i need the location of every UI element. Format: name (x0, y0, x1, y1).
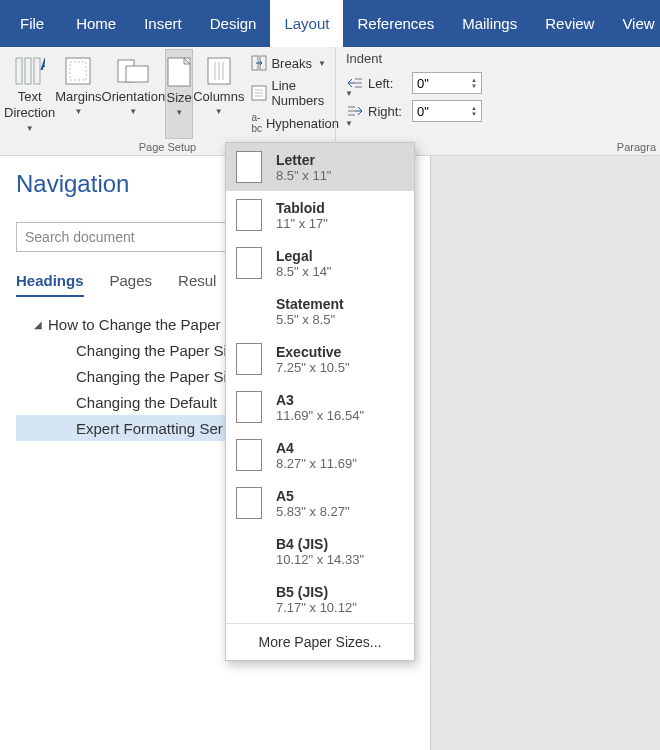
collapse-icon[interactable]: ◢ (34, 319, 42, 330)
indent-left-label: Left: (368, 76, 408, 91)
breaks-icon (251, 55, 267, 71)
nav-tab-results[interactable]: Resul (178, 272, 216, 297)
tab-insert[interactable]: Insert (130, 0, 196, 47)
line-numbers-icon (251, 85, 267, 101)
page-thumb-icon (236, 247, 262, 279)
size-option[interactable]: Executive7.25" x 10.5" (226, 335, 414, 383)
group-label-paragraph: Paragra (617, 141, 656, 153)
size-option[interactable]: Legal8.5" x 14" (226, 239, 414, 287)
page-thumb-icon (236, 535, 262, 567)
hyphenation-icon: a-bc (251, 112, 262, 134)
text-direction-icon: A (4, 53, 55, 89)
size-option[interactable]: A48.27" x 11.69" (226, 431, 414, 479)
spinner-icon[interactable]: ▲▼ (471, 105, 477, 117)
svg-text:A: A (40, 56, 45, 73)
page-thumb-icon (236, 487, 262, 519)
tab-home[interactable]: Home (62, 0, 130, 47)
document-area[interactable] (430, 156, 660, 750)
chevron-down-icon: ▼ (175, 108, 183, 118)
chevron-down-icon: ▼ (74, 107, 82, 117)
indent-left-icon (346, 77, 364, 89)
page-thumb-icon (236, 151, 262, 183)
size-option[interactable]: B4 (JIS)10.12" x 14.33" (226, 527, 414, 575)
tab-review[interactable]: Review (531, 0, 608, 47)
size-option[interactable]: B5 (JIS)7.17" x 10.12" (226, 575, 414, 623)
tab-mailings[interactable]: Mailings (448, 0, 531, 47)
orientation-button[interactable]: Orientation ▼ (102, 49, 166, 139)
nav-tab-pages[interactable]: Pages (110, 272, 153, 297)
tab-layout[interactable]: Layout (270, 0, 343, 47)
size-option[interactable]: Statement5.5" x 8.5" (226, 287, 414, 335)
size-option[interactable]: A311.69" x 16.54" (226, 383, 414, 431)
tab-design[interactable]: Design (196, 0, 271, 47)
orientation-icon (102, 53, 166, 89)
indent-right-label: Right: (368, 104, 408, 119)
spinner-icon[interactable]: ▲▼ (471, 77, 477, 89)
svg-rect-7 (126, 66, 148, 82)
ribbon: A Text Direction ▼ Margins ▼ Orientation… (0, 47, 660, 156)
columns-button[interactable]: Columns ▼ (193, 49, 244, 139)
indent-title: Indent (346, 51, 654, 66)
size-option[interactable]: Tabloid11" x 17" (226, 191, 414, 239)
tab-file[interactable]: File (0, 0, 62, 47)
chevron-down-icon: ▼ (215, 107, 223, 117)
size-dropdown: Letter8.5" x 11"Tabloid11" x 17"Legal8.5… (225, 142, 415, 661)
nav-tab-headings[interactable]: Headings (16, 272, 84, 297)
page-thumb-icon (236, 391, 262, 423)
chevron-down-icon: ▼ (26, 124, 34, 134)
size-button[interactable]: Size ▼ (165, 49, 193, 139)
group-paragraph: Indent Left: 0" ▲▼ Right: 0" ▲▼ Paragra (336, 47, 660, 155)
indent-left-input[interactable]: 0" ▲▼ (412, 72, 482, 94)
svg-rect-1 (25, 58, 31, 84)
size-option[interactable]: A55.83" x 8.27" (226, 479, 414, 527)
size-icon (166, 54, 192, 90)
svg-rect-0 (16, 58, 22, 84)
margins-button[interactable]: Margins ▼ (55, 49, 101, 139)
page-thumb-icon (236, 343, 262, 375)
group-page-setup: A Text Direction ▼ Margins ▼ Orientation… (0, 47, 336, 155)
size-option[interactable]: Letter8.5" x 11" (226, 143, 414, 191)
columns-icon (193, 53, 244, 89)
page-thumb-icon (236, 439, 262, 471)
chevron-down-icon: ▼ (318, 59, 326, 68)
more-paper-sizes[interactable]: More Paper Sizes... (226, 623, 414, 660)
chevron-down-icon: ▼ (129, 107, 137, 117)
tab-view[interactable]: View (608, 0, 660, 47)
tab-bar: File Home Insert Design Layout Reference… (0, 0, 660, 47)
indent-right-input[interactable]: 0" ▲▼ (412, 100, 482, 122)
text-direction-button[interactable]: A Text Direction ▼ (4, 49, 55, 139)
page-thumb-icon (236, 583, 262, 615)
tab-references[interactable]: References (343, 0, 448, 47)
margins-icon (55, 53, 101, 89)
page-thumb-icon (236, 199, 262, 231)
indent-right-icon (346, 105, 364, 117)
page-thumb-icon (236, 295, 262, 327)
